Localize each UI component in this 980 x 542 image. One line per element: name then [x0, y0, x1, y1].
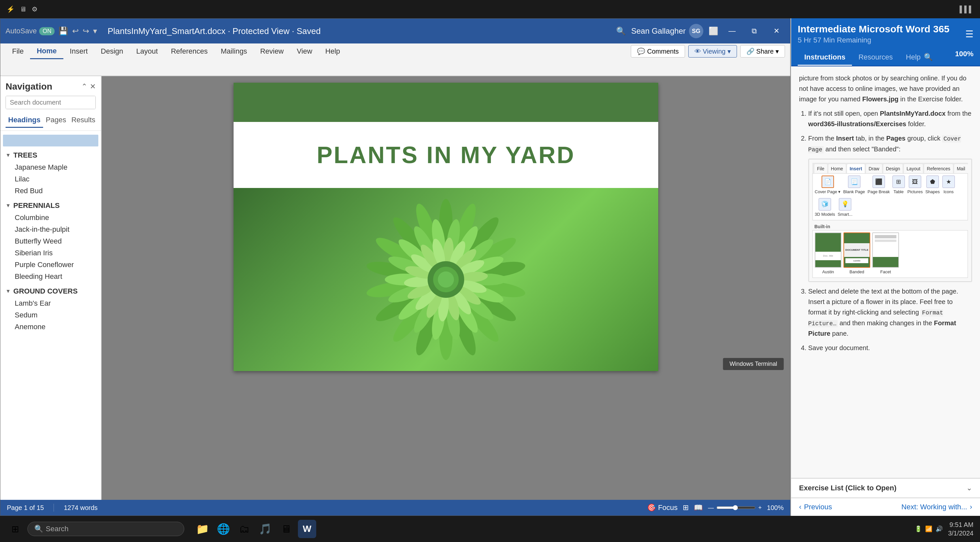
- undo-icon[interactable]: ↩: [72, 27, 79, 36]
- minimize-button[interactable]: —: [724, 22, 741, 40]
- reading-view-icon[interactable]: 📖: [694, 504, 703, 512]
- nav-item-lilac[interactable]: Lilac: [0, 173, 101, 185]
- zoom-out-icon[interactable]: —: [708, 504, 714, 511]
- nav-search-box[interactable]: 🔍: [6, 96, 96, 109]
- restore-button[interactable]: ⧉: [746, 22, 763, 40]
- nav-item-anemone[interactable]: Anemone: [0, 321, 101, 333]
- nav-section-header-trees[interactable]: ▼ TREES: [0, 149, 101, 161]
- tab-file[interactable]: File: [6, 43, 30, 59]
- taskbar-app-explorer[interactable]: 📁: [193, 520, 212, 538]
- exercise-list-header[interactable]: Exercise List (Click to Open) ⌄: [791, 478, 980, 497]
- trees-arrow-icon: ▼: [6, 152, 11, 158]
- viewing-button[interactable]: 👁 Viewing ▾: [688, 45, 737, 57]
- tab-mailings[interactable]: Mailings: [214, 43, 254, 59]
- nav-tab-results[interactable]: Results: [68, 113, 98, 128]
- page-title-section: PLANTS IN MY YARD: [234, 122, 658, 188]
- page-info: Page 1 of 15: [7, 504, 44, 512]
- title-bar-right: 🔍 Sean Gallagher SG ⬜ — ⧉ ✕: [616, 22, 785, 40]
- prev-button[interactable]: ‹ Previous: [799, 503, 832, 511]
- share-button[interactable]: 🔗 Share ▾: [740, 45, 785, 57]
- nav-item-lambs-ear[interactable]: Lamb's Ear: [0, 298, 101, 309]
- thumb-banded-wrapper: DOCUMENT TITLE subtitle Banded: [843, 233, 870, 276]
- monitor-icon[interactable]: 🖥: [20, 6, 27, 13]
- taskbar-app-files[interactable]: 🗂: [235, 520, 253, 538]
- help-search-icon[interactable]: 🔍: [924, 53, 932, 61]
- next-button[interactable]: Next: Working with... ›: [901, 503, 972, 511]
- nav-title: Navigation: [6, 81, 52, 92]
- hamburger-icon[interactable]: ☰: [965, 29, 974, 40]
- nav-title-row: Navigation ⌃ ✕: [6, 81, 96, 92]
- tab-references[interactable]: References: [164, 43, 214, 59]
- zoom-in-icon[interactable]: +: [758, 504, 762, 511]
- nav-item-sedum[interactable]: Sedum: [0, 309, 101, 321]
- start-button[interactable]: ⊞: [6, 520, 24, 537]
- lightning-icon[interactable]: ⚡: [6, 5, 15, 13]
- search-icon[interactable]: 🔍: [616, 27, 626, 36]
- nav-close-icon[interactable]: ✕: [90, 82, 96, 91]
- right-panel-tab-instructions[interactable]: Instructions: [798, 50, 852, 66]
- nav-section-header-ground-covers[interactable]: ▼ GROUND COVERS: [0, 285, 101, 298]
- mini-tab-mail: Mail: [954, 164, 968, 173]
- nav-item-bleeding-heart[interactable]: Bleeding Heart: [0, 271, 101, 282]
- settings-icon[interactable]: ⚙: [32, 5, 38, 13]
- tab-design[interactable]: Design: [94, 43, 130, 59]
- autosave-toggle[interactable]: ON: [39, 27, 54, 35]
- word-icon: W: [303, 524, 311, 534]
- tab-review[interactable]: Review: [253, 43, 290, 59]
- nav-section-header-perennials[interactable]: ▼ PERENNIALS: [0, 199, 101, 212]
- nav-item-siberian-iris[interactable]: Siberian Iris: [0, 247, 101, 259]
- taskbar-app-terminal[interactable]: 🖥: [277, 520, 295, 538]
- shapes-label: Shapes: [926, 189, 940, 196]
- nav-item-columbine[interactable]: Columbine: [0, 212, 101, 223]
- nav-item-japanese-maple[interactable]: Japanese Maple: [0, 161, 101, 173]
- title-bar-left: AutoSave ON 💾 ↩ ↪ ▾ PlantsInMyYard_Smart…: [6, 26, 616, 36]
- nav-item-jack[interactable]: Jack-in-the-pulpit: [0, 223, 101, 235]
- mini-tab-design: Design: [883, 164, 903, 173]
- nav-item-purple-coneflower[interactable]: Purple Coneflower: [0, 259, 101, 271]
- tab-view[interactable]: View: [290, 43, 319, 59]
- nav-collapse-icon[interactable]: ⌃: [81, 82, 87, 91]
- right-panel-tab-resources[interactable]: Resources: [852, 50, 899, 66]
- right-panel-header: Intermediate Microsoft Word 365 5 Hr 57 …: [791, 18, 980, 50]
- nav-item-red-bud[interactable]: Red Bud: [0, 185, 101, 197]
- taskbar-app-browser[interactable]: 🌐: [214, 520, 232, 538]
- right-panel-tab-help[interactable]: Help 🔍: [899, 50, 939, 66]
- step1-filename: PlantsInMyYard.docx: [880, 110, 946, 117]
- zoom-slider[interactable]: [716, 505, 756, 510]
- terminal-icon: 🖥: [281, 523, 291, 535]
- shapes-btn-group: ⬟ Shapes: [926, 175, 940, 196]
- step1-folder: word365-illustrations/Exercises: [808, 120, 906, 128]
- tab-home[interactable]: Home: [30, 43, 63, 59]
- files-icon: 🗂: [239, 523, 250, 535]
- nav-item-butterfly-weed[interactable]: Butterfly Weed: [0, 235, 101, 247]
- document-canvas: PLANTS IN MY YARD: [102, 76, 790, 500]
- status-bar-right: 🎯 Focus ⊞ 📖 — + 100%: [647, 504, 784, 512]
- taskbar-app-music[interactable]: 🎵: [256, 520, 274, 538]
- customize-icon[interactable]: ▾: [93, 27, 97, 36]
- blank-page-icon: 📃: [848, 175, 861, 188]
- taskbar-search-box[interactable]: 🔍 Search: [27, 522, 184, 536]
- nav-title-buttons: ⌃ ✕: [81, 82, 96, 91]
- document-page: PLANTS IN MY YARD: [234, 83, 658, 371]
- tab-help[interactable]: Help: [319, 43, 347, 59]
- close-button[interactable]: ✕: [768, 22, 785, 40]
- tab-layout[interactable]: Layout: [130, 43, 164, 59]
- nav-tab-pages[interactable]: Pages: [43, 113, 68, 128]
- flowers-jpg-bold: Flowers.jpg: [862, 96, 898, 103]
- right-panel-subtitle: 5 Hr 57 Min Remaining: [798, 36, 950, 45]
- comments-button[interactable]: 💬 Comments: [631, 45, 685, 57]
- redo-icon[interactable]: ↪: [83, 27, 89, 36]
- smart-icon: 💡: [839, 198, 851, 210]
- taskbar-app-word[interactable]: W: [298, 520, 316, 538]
- presenter-icon[interactable]: ⬜: [708, 27, 718, 36]
- next-arrow-icon: ›: [970, 503, 972, 511]
- nav-search-input[interactable]: [6, 96, 96, 109]
- focus-icon[interactable]: 🎯 Focus: [647, 504, 678, 512]
- taskbar-search-icon: 🔍: [34, 524, 43, 533]
- exercise-list-title: Exercise List (Click to Open): [799, 484, 896, 492]
- nav-tab-headings[interactable]: Headings: [6, 113, 43, 128]
- thumb-austin-wrapper: Doc. title Austin: [815, 233, 842, 276]
- layout-icon[interactable]: ⊞: [683, 504, 689, 512]
- save-icon[interactable]: 💾: [59, 27, 68, 36]
- tab-insert[interactable]: Insert: [64, 43, 94, 59]
